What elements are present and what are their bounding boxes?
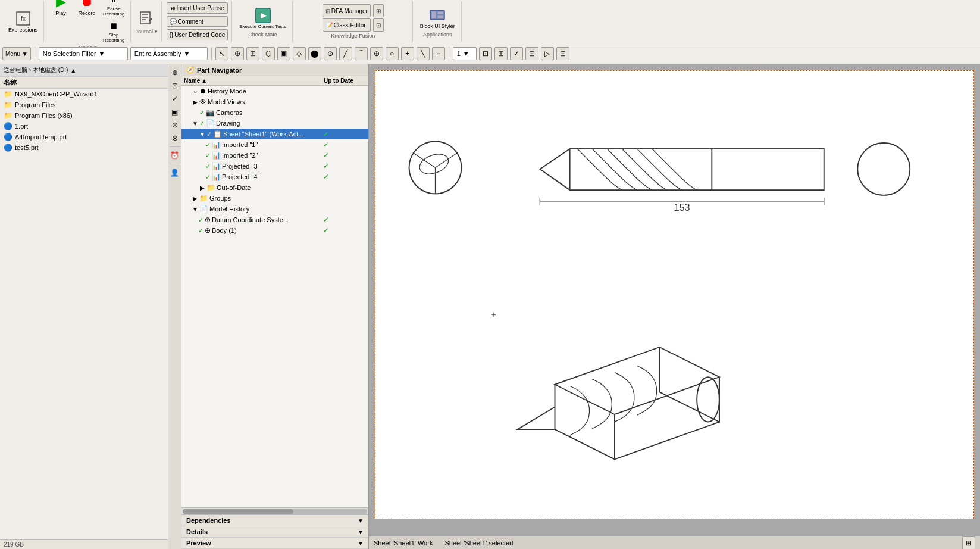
icon2-button[interactable]: ⊡ — [373, 18, 384, 32]
record-button[interactable]: ⏺ Record — [75, 0, 99, 17]
out-of-date-icon: 📁 — [206, 183, 215, 192]
zoom-in-button[interactable]: ⊞ — [494, 47, 508, 60]
filter2-icon: ⬡ — [265, 49, 271, 58]
strip-btn-4[interactable]: ▣ — [169, 106, 181, 118]
status-expand-button[interactable]: ⊞ — [962, 536, 975, 550]
nav-panel-preview[interactable]: Preview ▼ — [181, 538, 368, 549]
nav-item-model-views[interactable]: ▶ 👁 Model Views — [181, 96, 368, 107]
pause-recording-button[interactable]: ⏸ PauseRecording — [101, 0, 126, 17]
snap-button[interactable]: ⊕ — [231, 47, 244, 60]
nav-item-cameras[interactable]: ✓ 📷 Cameras — [181, 107, 368, 118]
icon1-button[interactable]: ⊞ — [373, 4, 384, 17]
nav-item-projected3[interactable]: ✓ 📊 Projected "3" ✓ — [181, 161, 368, 171]
nav-item-sheet1[interactable]: ▼ ✓ 📋 Sheet "Sheet1" (Work-Act... ✓ — [181, 129, 368, 139]
strip-btn-3[interactable]: ✓ — [169, 93, 181, 105]
nav-col-name-header[interactable]: Name ▲ — [181, 76, 321, 85]
toolbar-group-expressions: fx Expressions — [2, 1, 44, 42]
filter-btn4[interactable]: ◇ — [293, 47, 306, 60]
block-ui-styler-button[interactable]: Block UI Styler — [418, 5, 458, 30]
zoom-dropdown[interactable]: 1 ▼ — [453, 47, 477, 60]
body1-status: ✓ — [321, 226, 368, 235]
filter-btn7[interactable]: ╱ — [339, 47, 352, 60]
expand-history-mode[interactable]: ○ — [192, 88, 199, 95]
filter-btn13[interactable]: ⌐ — [432, 47, 445, 60]
selection-filter-dropdown[interactable]: No Selection Filter ▼ — [39, 47, 128, 60]
expand-model-views[interactable]: ▶ — [192, 99, 199, 105]
nav-panel-details[interactable]: Details ▼ — [181, 526, 368, 538]
file-item-test5prt[interactable]: 🔵 test5.prt — [0, 142, 168, 153]
filter-btn8[interactable]: ⌒ — [355, 47, 368, 60]
filter-btn12[interactable]: ╲ — [417, 47, 430, 60]
file-item-nx9[interactable]: 📁 NX9_NXOpenCPP_Wizard1 — [0, 89, 168, 99]
edit-button[interactable] — [136, 8, 157, 27]
nav-item-out-of-date[interactable]: ▶ 📁 Out-of-Date — [181, 182, 368, 193]
expand-sheet1[interactable]: ▼ — [199, 131, 206, 138]
prt-icon-test5: 🔵 — [4, 144, 12, 152]
nav-item-imported2[interactable]: ✓ 📊 Imported "2" ✓ — [181, 150, 368, 161]
file-item-pf-name: Program Files — [15, 101, 164, 108]
nav-panel-title: Part Navigator — [197, 67, 242, 74]
execute-current-tests-button[interactable]: ▶ Execute Current Tests — [237, 6, 289, 30]
projected3-check: ✓ — [205, 163, 211, 170]
nav-item-model-history[interactable]: ▼ 📄 Model History — [181, 204, 368, 214]
expressions-button[interactable]: fx Expressions — [6, 9, 40, 34]
misc-icon1: ▷ — [544, 49, 550, 58]
snap-check-button[interactable]: ✓ — [510, 47, 523, 60]
assembly-filter-arrow: ▼ — [184, 50, 190, 57]
filter-btn9[interactable]: ⊕ — [370, 47, 383, 60]
expand-model-history[interactable]: ▼ — [192, 206, 199, 213]
nav-scrollbar[interactable] — [181, 507, 368, 514]
drawing-icon: 📄 — [206, 119, 215, 127]
filter-btn1[interactable]: ⊞ — [246, 47, 259, 60]
select-tool-button[interactable]: ↖ — [215, 47, 228, 60]
comment-button[interactable]: 💬 Comment — [167, 16, 228, 27]
nav-col-headers: Name ▲ Up to Date — [181, 76, 368, 86]
nav-item-drawing[interactable]: ▼ ✓ 📄 Drawing — [181, 118, 368, 129]
nav-item-groups[interactable]: ▶ 📁 Groups — [181, 193, 368, 204]
insert-user-pause-button[interactable]: ⏯ Insert User Pause — [167, 2, 228, 14]
edit-icon — [138, 10, 155, 26]
zoom-fit-button[interactable]: ⊡ — [479, 47, 492, 60]
nav-item-datum-coord[interactable]: ✓ ⊕ Datum Coordinate Syste... ✓ — [181, 214, 368, 225]
file-item-a4importtemp[interactable]: 🔵 A4ImportTemp.prt — [0, 132, 168, 142]
cursor-pos-text: + — [491, 310, 496, 319]
strip-btn-5[interactable]: ⊙ — [169, 119, 181, 131]
filter-btn5[interactable]: ⬤ — [308, 47, 321, 60]
user-defined-code-button[interactable]: {} User Defined Code — [167, 29, 228, 40]
misc-btn1[interactable]: ▷ — [541, 47, 554, 60]
play-button[interactable]: ▶ Play — [49, 0, 73, 17]
projected4-status: ✓ — [321, 173, 368, 181]
expand-drawing[interactable]: ▼ — [192, 120, 199, 127]
stop-recording-button[interactable]: ⏹ StopRecording — [101, 18, 126, 43]
misc-btn2[interactable]: ⊟ — [556, 47, 569, 60]
strip-btn-8[interactable]: 👤 — [169, 167, 181, 179]
strip-btn-1[interactable]: ⊕ — [169, 67, 181, 79]
file-item-programfilesx86[interactable]: 📁 Program Files (x86) — [0, 110, 168, 121]
nav-item-history-mode[interactable]: ○ ⏺ History Mode — [181, 86, 368, 96]
breadcrumb-up-icon[interactable]: ▲ — [70, 67, 76, 74]
filter-btn3[interactable]: ▣ — [277, 47, 290, 60]
file-item-programfiles[interactable]: 📁 Program Files — [0, 99, 168, 110]
pause-label: PauseRecording — [103, 6, 124, 17]
filter-btn6[interactable]: ⊙ — [324, 47, 337, 60]
nav-item-imported1[interactable]: ✓ 📊 Imported "1" ✓ — [181, 139, 368, 150]
dfa-manager-button[interactable]: ⊞ DFA Manager — [323, 4, 371, 17]
assembly-filter-dropdown[interactable]: Entire Assembly ▼ — [130, 47, 208, 60]
nav-item-projected4[interactable]: ✓ 📊 Projected "4" ✓ — [181, 171, 368, 182]
grid-button[interactable]: ⊟ — [525, 47, 538, 60]
file-item-1prt[interactable]: 🔵 1.prt — [0, 121, 168, 132]
strip-btn-7[interactable]: ⏰ — [169, 149, 181, 161]
filter-btn2[interactable]: ⬡ — [262, 47, 275, 60]
nav-panel-dependencies[interactable]: Dependencies ▼ — [181, 515, 368, 526]
filter-btn10[interactable]: ○ — [386, 47, 399, 60]
strip-btn-6[interactable]: ⊗ — [169, 132, 181, 144]
menu-button[interactable]: Menu ▼ — [2, 47, 31, 60]
class-editor-button[interactable]: 📝 Class Editor — [323, 18, 371, 32]
nav-item-body1[interactable]: ✓ ⊕ Body (1) ✓ — [181, 225, 368, 236]
scrollbar-thumb[interactable] — [183, 509, 293, 514]
expand-groups[interactable]: ▶ — [192, 195, 199, 202]
expand-out-of-date[interactable]: ▶ — [199, 185, 206, 191]
status-bar: Sheet 'Sheet1' Work Sheet 'Sheet1' selec… — [369, 536, 980, 549]
filter-btn11[interactable]: + — [401, 47, 414, 60]
strip-btn-2[interactable]: ⊡ — [169, 80, 181, 92]
